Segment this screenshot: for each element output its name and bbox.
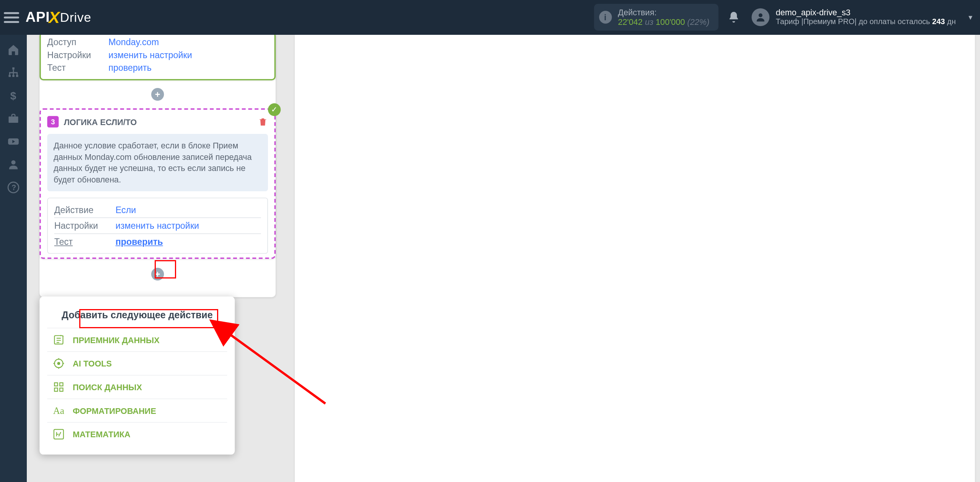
action-link[interactable]: Если	[116, 205, 136, 215]
action-label: Действие	[54, 205, 105, 215]
dd-label: AI TOOLS	[73, 359, 112, 368]
check-icon: ✓	[268, 103, 281, 116]
connections-icon[interactable]	[7, 66, 20, 79]
step-title: ЛОГИКА ЕСЛИ/ТО	[64, 117, 137, 127]
dd-label: МАТЕМАТИКА	[73, 430, 131, 439]
settings-link[interactable]: изменить настройки	[108, 50, 192, 60]
youtube-icon[interactable]	[7, 135, 20, 148]
trash-icon[interactable]	[258, 117, 268, 127]
test-label: Тест	[47, 62, 98, 73]
svg-text:$: $	[10, 90, 16, 102]
access-label: Доступ	[47, 37, 98, 47]
ai-icon	[52, 357, 65, 370]
logo[interactable]: API X Drive	[26, 7, 91, 27]
home-icon[interactable]	[7, 43, 20, 56]
svg-point-13	[58, 362, 60, 365]
svg-rect-2	[9, 75, 11, 77]
actions-count: 22'042 из 100'000 (22%)	[618, 17, 709, 27]
menu-button[interactable]	[4, 10, 19, 25]
bell-icon[interactable]	[727, 11, 740, 23]
svg-rect-1	[12, 67, 15, 70]
add-step-button-1[interactable]: +	[151, 88, 164, 101]
step-block-data-source: Доступ Monday.com Настройки изменить нас…	[39, 32, 276, 80]
user-icon[interactable]	[7, 158, 20, 171]
math-icon	[52, 428, 65, 440]
search-data-icon	[52, 381, 65, 393]
actions-counter[interactable]: i Действия: 22'042 из 100'000 (22%)	[594, 4, 719, 31]
sidebar: $ ?	[0, 34, 27, 482]
dropdown-item-math[interactable]: МАТЕМАТИКА	[47, 422, 227, 446]
test-link-2[interactable]: проверить	[116, 237, 163, 247]
info-icon: i	[599, 11, 611, 23]
info-text: Данное условие сработает, если в блоке П…	[47, 134, 268, 191]
svg-rect-4	[16, 75, 18, 77]
settings-label: Настройки	[47, 50, 98, 60]
dd-label: ПРИЕМНИК ДАННЫХ	[73, 335, 160, 345]
dropdown-heading: Добавить следующее действие	[47, 309, 227, 327]
receiver-icon	[52, 334, 65, 346]
dropdown-item-receiver[interactable]: ПРИЕМНИК ДАННЫХ	[47, 328, 227, 352]
svg-rect-3	[12, 75, 15, 77]
actions-label: Действия:	[618, 8, 709, 17]
test-link[interactable]: проверить	[108, 62, 152, 73]
step-details: Действие Если Настройки изменить настрой…	[47, 198, 268, 254]
row-settings: Настройки изменить настройки	[47, 49, 268, 61]
user-name: demo_apix-drive_s3	[776, 8, 956, 17]
logo-text-drive: Drive	[60, 10, 91, 24]
logo-x-icon: X	[49, 7, 60, 27]
dropdown-item-format[interactable]: Aa ФОРМАТИРОВАНИЕ	[47, 399, 227, 422]
svg-text:?: ?	[11, 183, 16, 192]
content-panel	[295, 34, 975, 482]
access-link[interactable]: Monday.com	[108, 37, 159, 47]
svg-point-8	[11, 160, 15, 164]
dropdown-item-search[interactable]: ПОИСК ДАННЫХ	[47, 375, 227, 399]
chevron-down-icon[interactable]: ▾	[956, 13, 972, 21]
action-dropdown: Добавить следующее действие ПРИЕМНИК ДАН…	[39, 296, 235, 454]
row-test: Тест проверить	[47, 61, 268, 74]
settings-link-2[interactable]: изменить настройки	[116, 221, 199, 231]
profile-area[interactable]: demo_apix-drive_s3 Тариф |Премиум PRO| д…	[751, 8, 956, 27]
dd-label: ПОИСК ДАННЫХ	[73, 382, 142, 392]
test-label-2: Тест	[54, 237, 105, 247]
app-header: API X Drive i Действия: 22'042 из 100'00…	[0, 0, 980, 34]
format-icon: Aa	[52, 404, 65, 417]
row-access: Доступ Monday.com	[47, 36, 268, 48]
logo-text-api: API	[26, 9, 50, 25]
step-number: 3	[47, 116, 59, 127]
settings-label-2: Настройки	[54, 221, 105, 231]
avatar-icon	[751, 8, 769, 26]
main-area: Доступ Monday.com Настройки изменить нас…	[27, 34, 980, 482]
dd-label: ФОРМАТИРОВАНИЕ	[73, 406, 156, 415]
svg-rect-6	[9, 116, 18, 123]
tariff-line: Тариф |Премиум PRO| до оплаты осталось 2…	[776, 17, 956, 27]
svg-point-0	[758, 13, 762, 17]
help-icon[interactable]: ?	[7, 181, 20, 194]
add-step-button-2[interactable]: +	[151, 268, 164, 280]
step-block-logic-wrap: ✓ 3 ЛОГИКА ЕСЛИ/ТО Данное условие сработ…	[39, 108, 276, 259]
briefcase-icon[interactable]	[7, 112, 20, 125]
step-block-logic: 3 ЛОГИКА ЕСЛИ/ТО Данное условие сработае…	[39, 108, 276, 259]
dropdown-item-ai[interactable]: AI TOOLS	[47, 351, 227, 375]
workflow-column: Доступ Monday.com Настройки изменить нас…	[39, 32, 276, 297]
dollar-icon[interactable]: $	[7, 89, 20, 102]
